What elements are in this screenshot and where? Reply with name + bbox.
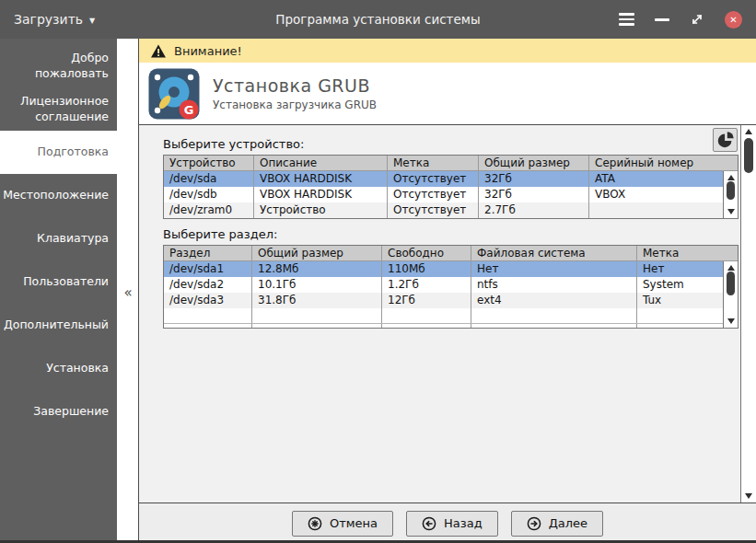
- device-table-row[interactable]: /dev/sdb VBOX HARDDISK Отсутствует 32Гб …: [164, 187, 738, 202]
- pie-chart-icon: [715, 130, 736, 150]
- scroll-up-icon[interactable]: [727, 265, 735, 271]
- panel-scrollbar[interactable]: [740, 125, 756, 503]
- table-cell: Отсутствует: [388, 187, 479, 202]
- table-cell: VBOX: [589, 187, 738, 202]
- table-cell: /dev/sda1: [164, 261, 252, 277]
- grub-disk-icon: G: [148, 68, 200, 120]
- table-cell: ATA: [589, 171, 738, 187]
- sidebar-item-welcome[interactable]: Добро пожаловать: [0, 44, 117, 87]
- collapse-sidebar-button[interactable]: «: [120, 283, 136, 302]
- load-menu-label: Загрузить: [14, 12, 83, 27]
- table-cell: [164, 308, 252, 323]
- scrollbar-thumb[interactable]: [744, 138, 753, 173]
- scrollbar-thumb[interactable]: [727, 272, 735, 295]
- scroll-down-icon[interactable]: [745, 493, 752, 499]
- column-header: Общий размер: [479, 156, 589, 170]
- device-table-row[interactable]: /dev/sda VBOX HARDDISK Отсутствует 32Гб …: [164, 171, 738, 187]
- page-header: G Установка GRUB Установка загрузчика GR…: [139, 63, 756, 125]
- pie-chart-button[interactable]: [713, 128, 738, 152]
- partition-table-row[interactable]: /dev/sda1 12.8Мб 110Мб Нет Нет: [164, 261, 738, 277]
- table-cell: /dev/sdb: [164, 187, 254, 202]
- table-cell: Устройство: [254, 202, 388, 218]
- cancel-label: Отмена: [330, 516, 378, 530]
- scroll-up-icon[interactable]: [727, 175, 735, 180]
- table-cell: 12.8Мб: [252, 261, 382, 277]
- sidebar: Добро пожаловать Лицензионное соглашение…: [0, 39, 117, 543]
- partition-table-scrollbar[interactable]: [723, 261, 738, 328]
- table-cell: ext4: [471, 293, 637, 308]
- close-button[interactable]: ✕: [725, 11, 742, 29]
- sidebar-item-preparation[interactable]: Подготовка: [0, 131, 117, 174]
- page-subtitle: Установка загрузчика GRUB: [213, 98, 377, 111]
- device-table: Устройство Описание Метка Общий размер С…: [163, 155, 739, 219]
- column-header: Метка: [637, 246, 738, 260]
- partition-table: Раздел Общий размер Свободно Файловая си…: [163, 245, 739, 329]
- device-table-row[interactable]: /dev/zram0 Устройство Отсутствует 2.7Гб: [164, 202, 738, 218]
- titlebar-actions: ✕: [619, 10, 742, 29]
- table-cell: /dev/zram0: [164, 202, 254, 218]
- scroll-up-icon[interactable]: [745, 129, 752, 134]
- sidebar-item-additional[interactable]: Дополнительный: [0, 304, 117, 347]
- column-header: Общий размер: [252, 246, 382, 260]
- table-cell: 31.8Гб: [252, 293, 382, 308]
- partition-table-header: Раздел Общий размер Свободно Файловая си…: [164, 246, 738, 261]
- table-cell: 32Гб: [479, 171, 589, 187]
- warning-banner: Внимание!: [139, 39, 756, 63]
- scroll-down-icon[interactable]: [727, 318, 735, 324]
- column-header: Серийный номер: [589, 156, 738, 170]
- table-cell: [382, 308, 471, 323]
- scroll-down-icon[interactable]: [727, 209, 735, 214]
- device-table-scrollbar[interactable]: [723, 171, 738, 218]
- cancel-button[interactable]: Отмена: [292, 511, 393, 537]
- table-cell: 32Гб: [479, 187, 589, 202]
- warning-icon: [150, 43, 167, 59]
- next-label: Далее: [549, 516, 587, 530]
- next-button[interactable]: Далее: [511, 511, 603, 537]
- minimize-button[interactable]: [655, 10, 669, 29]
- hamburger-menu-button[interactable]: [619, 10, 634, 29]
- chevron-down-icon: ▼: [89, 15, 95, 25]
- page-header-text: Установка GRUB Установка загрузчика GRUB: [213, 75, 377, 111]
- table-cell: 2.7Гб: [479, 202, 589, 218]
- cancel-icon: [308, 516, 322, 531]
- table-cell: [252, 308, 382, 323]
- minimize-icon: [655, 18, 669, 21]
- load-menu-button[interactable]: Загрузить ▼: [14, 12, 95, 27]
- column-header: Метка: [388, 156, 479, 170]
- column-header: Свободно: [382, 246, 471, 260]
- hamburger-icon: [619, 13, 634, 16]
- resize-button[interactable]: [690, 10, 704, 29]
- content-panel: Выберите устройство: Устройство Описание…: [139, 125, 756, 503]
- device-section-label: Выберите устройство:: [163, 137, 756, 151]
- partition-section-label: Выберите раздел:: [163, 227, 756, 241]
- partition-table-row[interactable]: /dev/sda3 31.8Гб 12Гб ext4 Tux: [164, 293, 738, 308]
- column-header: Описание: [254, 156, 388, 170]
- partition-table-empty-row[interactable]: [164, 308, 738, 324]
- device-table-header: Устройство Описание Метка Общий размер С…: [164, 156, 738, 171]
- grub-badge-letter: G: [184, 102, 194, 116]
- sidebar-item-finish[interactable]: Завершение: [0, 390, 117, 433]
- table-cell: Отсутствует: [388, 202, 479, 218]
- sidebar-item-license[interactable]: Лицензионное соглашение: [0, 87, 117, 131]
- partition-table-row[interactable]: /dev/sda2 10.1Гб 1.2Гб ntfs System: [164, 277, 738, 293]
- column-header: Раздел: [164, 246, 252, 260]
- sidebar-item-keyboard[interactable]: Клавиатура: [0, 217, 117, 260]
- table-cell: 1.2Гб: [382, 277, 471, 293]
- partition-table-filler: [164, 324, 738, 328]
- main-area: Внимание! G Установка GRUB Установка заг…: [138, 39, 756, 543]
- scrollbar-thumb[interactable]: [727, 181, 735, 200]
- table-cell: VBOX HARDDISK: [254, 171, 388, 187]
- table-cell: /dev/sda2: [164, 277, 252, 293]
- back-button[interactable]: Назад: [406, 511, 498, 537]
- table-cell: /dev/sda3: [164, 293, 252, 308]
- titlebar: Загрузить ▼ Программа установки системы: [0, 0, 756, 39]
- sidebar-item-location[interactable]: Местоположение: [0, 174, 117, 217]
- back-label: Назад: [444, 516, 483, 530]
- page-title: Установка GRUB: [213, 75, 377, 96]
- sidebar-item-install[interactable]: Установка: [0, 347, 117, 390]
- table-cell: Нет: [471, 261, 637, 277]
- table-cell: 12Гб: [382, 293, 471, 308]
- footer: Отмена Назад Далее: [139, 503, 756, 543]
- table-cell: /dev/sda: [164, 171, 254, 187]
- sidebar-item-users[interactable]: Пользователи: [0, 260, 117, 304]
